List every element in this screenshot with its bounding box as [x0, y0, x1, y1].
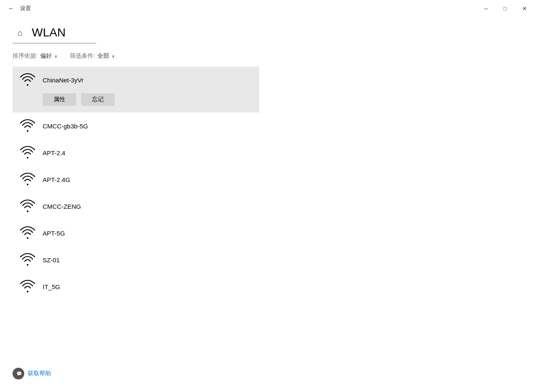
list-item[interactable]: CMCC-ZENG: [13, 193, 259, 220]
sort-chevron-icon: ∨: [54, 54, 57, 59]
window-controls: ─ □ ✕: [476, 0, 534, 17]
titlebar: ← 设置 ─ □ ✕: [0, 0, 534, 17]
help-icon: 💬: [13, 368, 24, 379]
filter-label: 筛选条件:: [70, 52, 95, 60]
help-section[interactable]: 💬 获取帮助: [13, 368, 51, 379]
list-item[interactable]: ChinaNet-3yVr 属性 忘记: [13, 67, 259, 113]
titlebar-title: 设置: [20, 5, 31, 12]
sort-value: 偏好: [40, 52, 52, 60]
page-title: WLAN: [32, 26, 66, 39]
network-name: CMCC-gb3b-5G: [43, 123, 88, 130]
filter-value: 全部: [97, 52, 109, 60]
sort-filter[interactable]: 排序依据: 偏好 ∨: [13, 52, 57, 60]
filter-row: 排序依据: 偏好 ∨ 筛选条件: 全部 ∨: [13, 52, 521, 60]
network-list: ChinaNet-3yVr 属性 忘记 CMCC-gb3b-5G: [13, 67, 259, 300]
list-item[interactable]: APT-5G: [13, 220, 259, 246]
wifi-icon: [19, 278, 36, 295]
list-item[interactable]: APT-2.4: [13, 139, 259, 166]
list-item[interactable]: SZ-01: [13, 246, 259, 273]
sort-label: 排序依据:: [13, 52, 38, 60]
list-item[interactable]: APT-2.4G: [13, 166, 259, 193]
home-icon: ⌂: [18, 28, 23, 38]
wifi-icon: [19, 198, 36, 215]
wifi-icon: [19, 144, 36, 161]
help-link[interactable]: 获取帮助: [28, 370, 51, 377]
properties-button[interactable]: 属性: [43, 93, 76, 106]
category-filter[interactable]: 筛选条件: 全部 ∨: [70, 52, 115, 60]
filter-chevron-icon: ∨: [112, 54, 115, 59]
forget-button[interactable]: 忘记: [81, 93, 115, 106]
network-name: APT-2.4G: [43, 176, 70, 183]
network-name: ChinaNet-3yVr: [43, 77, 84, 84]
title-underline: [13, 43, 96, 44]
list-item[interactable]: IT_5G: [13, 273, 259, 300]
page-header: ⌂ WLAN: [13, 25, 521, 40]
main-content: ⌂ WLAN 排序依据: 偏好 ∨ 筛选条件: 全部 ∨: [0, 17, 534, 308]
wifi-icon: [19, 225, 36, 241]
wifi-icon: [19, 118, 36, 134]
network-name: APT-5G: [43, 230, 65, 237]
action-row: 属性 忘记: [43, 93, 115, 106]
home-button[interactable]: ⌂: [13, 25, 28, 40]
list-item[interactable]: CMCC-gb3b-5G: [13, 113, 259, 139]
network-name: APT-2.4: [43, 149, 65, 156]
network-name: IT_5G: [43, 283, 60, 290]
close-button[interactable]: ✕: [515, 0, 534, 17]
network-name: SZ-01: [43, 256, 60, 264]
wifi-icon: [19, 171, 36, 188]
wifi-icon: [19, 251, 36, 268]
wifi-icon: [19, 72, 36, 88]
network-name: CMCC-ZENG: [43, 203, 81, 210]
maximize-button[interactable]: □: [496, 0, 515, 17]
network-top-row: ChinaNet-3yVr: [19, 72, 253, 88]
svg-text:💬: 💬: [16, 371, 22, 377]
minimize-button[interactable]: ─: [476, 0, 496, 17]
back-button[interactable]: ←: [5, 2, 18, 15]
